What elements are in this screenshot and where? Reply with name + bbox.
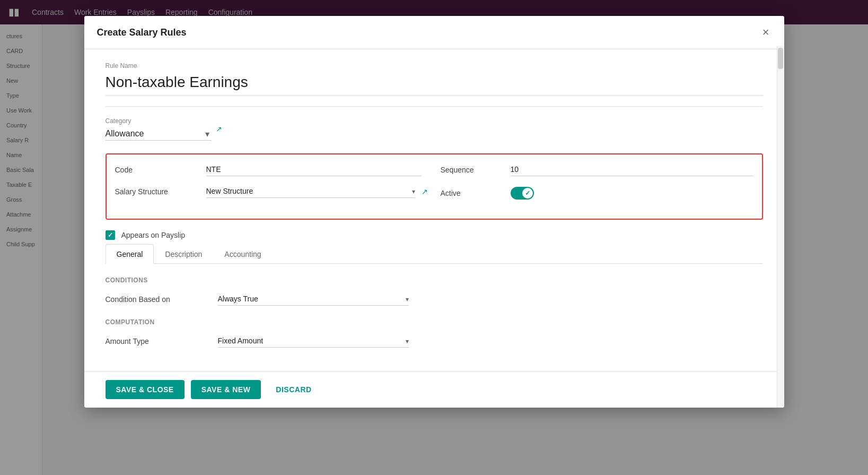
code-row: Code	[115, 163, 428, 176]
save-close-button[interactable]: SAVE & CLOSE	[106, 380, 185, 399]
modal-footer: SAVE & CLOSE SAVE & NEW DISCARD	[84, 371, 784, 408]
tab-content-general: Conditions Condition Based on Always Tru…	[106, 277, 763, 348]
modal-title: Create Salary Rules	[97, 27, 187, 38]
rule-name-input[interactable]	[106, 72, 763, 96]
left-fields: Code Salary Structure New Structure	[115, 163, 428, 198]
modal-scrollbar[interactable]	[777, 46, 784, 408]
appears-on-payslip-label: Appears on Payslip	[121, 231, 186, 239]
appears-on-payslip-checkbox[interactable]: ✓	[106, 230, 115, 240]
computation-section: Computation Amount Type Fixed Amount	[106, 318, 763, 348]
modal-header: Create Salary Rules ×	[84, 16, 784, 49]
salary-structure-row: Salary Structure New Structure ↗	[115, 185, 428, 198]
salary-structure-label: Salary Structure	[115, 187, 200, 196]
category-select-wrapper: Allowance	[106, 127, 212, 141]
category-label: Category	[106, 117, 212, 125]
active-row: Active ✓	[441, 187, 753, 200]
amount-type-wrapper: Fixed Amount	[218, 334, 409, 348]
modal-close-button[interactable]: ×	[760, 24, 771, 40]
sequence-row: Sequence	[441, 163, 753, 176]
active-toggle[interactable]: ✓	[511, 187, 534, 200]
salary-structure-select[interactable]: New Structure	[206, 185, 415, 198]
appears-on-payslip-row: ✓ Appears on Payslip	[106, 230, 763, 240]
computation-grid: Amount Type Fixed Amount	[106, 334, 763, 348]
condition-based-on-select[interactable]: Always True	[218, 292, 409, 306]
code-structure-grid: Code Salary Structure New Structure	[115, 163, 753, 210]
create-salary-rules-modal: Create Salary Rules × Rule Name Category…	[84, 16, 784, 408]
salary-structure-select-wrapper: New Structure	[206, 185, 415, 198]
active-label: Active	[441, 189, 504, 197]
tab-description[interactable]: Description	[154, 244, 213, 264]
tab-general[interactable]: General	[106, 244, 154, 264]
conditions-section-label: Conditions	[106, 277, 763, 284]
tabs-bar: General Description Accounting	[106, 244, 763, 264]
tab-accounting[interactable]: Accounting	[213, 244, 272, 264]
right-fields: Sequence Active ✓	[441, 163, 753, 210]
divider-1	[106, 106, 763, 107]
salary-structure-external-link-icon[interactable]: ↗	[422, 187, 428, 196]
rule-name-label: Rule Name	[106, 62, 763, 70]
save-new-button[interactable]: SAVE & NEW	[191, 380, 261, 399]
category-field: Category Allowance	[106, 117, 212, 141]
category-row: Category Allowance ↗	[106, 117, 763, 141]
condition-based-on-label: Condition Based on	[106, 295, 212, 304]
sequence-input[interactable]	[511, 163, 753, 176]
rule-name-field: Rule Name	[106, 62, 763, 96]
amount-type-select[interactable]: Fixed Amount	[218, 334, 409, 348]
toggle-check-icon: ✓	[525, 189, 530, 197]
category-external-link-icon[interactable]: ↗	[216, 125, 222, 133]
code-label: Code	[115, 166, 200, 174]
computation-section-label: Computation	[106, 318, 763, 326]
modal-overlay: Create Salary Rules × Rule Name Category…	[0, 0, 868, 475]
code-input[interactable]	[206, 163, 422, 176]
category-select[interactable]: Allowance	[106, 127, 212, 141]
conditions-grid: Condition Based on Always True	[106, 292, 763, 306]
code-structure-box: Code Salary Structure New Structure	[106, 153, 763, 220]
scrollbar-thumb	[778, 48, 783, 69]
conditions-section: Conditions Condition Based on Always Tru…	[106, 277, 763, 306]
checkbox-check-icon: ✓	[108, 231, 113, 239]
discard-button[interactable]: DISCARD	[267, 380, 320, 399]
toggle-circle: ✓	[522, 188, 533, 198]
condition-based-on-wrapper: Always True	[218, 292, 409, 306]
modal-body: Rule Name Category Allowance ↗	[84, 49, 784, 371]
sequence-label: Sequence	[441, 166, 504, 174]
amount-type-label: Amount Type	[106, 337, 212, 346]
